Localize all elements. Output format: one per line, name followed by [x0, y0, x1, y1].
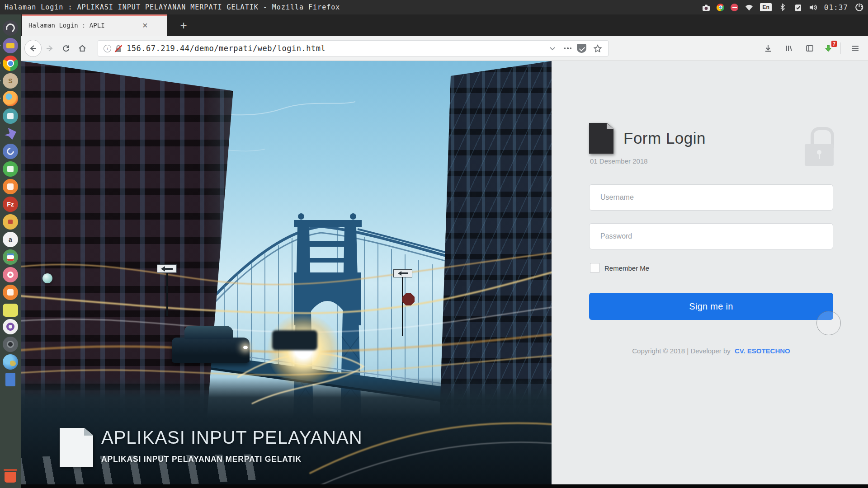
- bird-app-icon[interactable]: [3, 126, 18, 141]
- copyright: Copyright © 2018 | Developer by CV. ESOT…: [589, 347, 833, 355]
- form-date: 01 Desember 2018: [590, 157, 648, 165]
- browser-tab[interactable]: Halaman Login : APLI ×: [22, 14, 167, 36]
- reload-button[interactable]: [58, 40, 74, 56]
- classic-car: [172, 338, 250, 363]
- hero-title: APLIKASI INPUT PELAYANAN: [101, 428, 363, 447]
- remember-me-label: Remember Me: [604, 264, 649, 272]
- bottom-strip: [21, 484, 868, 488]
- document-icon: [60, 428, 93, 467]
- pink-tool-icon[interactable]: [3, 267, 18, 282]
- login-panel: Form Login 01 Desember 2018 Remember Me …: [552, 61, 868, 488]
- navigation-toolbar: i 156.67.219.44/demo/merpati/web/login.h…: [21, 36, 868, 61]
- form-header: Form Login: [589, 123, 706, 154]
- tab-close-icon[interactable]: ×: [142, 21, 149, 30]
- dock-items: SFza: [0, 14, 21, 386]
- power-menu-icon[interactable]: [854, 3, 863, 12]
- sidebar-toggle-icon[interactable]: [802, 40, 818, 56]
- toolbar-right-icons: 7: [760, 40, 868, 56]
- diagram-tool-icon[interactable]: [3, 249, 18, 265]
- copyright-text: Copyright © 2018 | Developer by: [632, 347, 731, 355]
- hero-caption: APLIKASI INPUT PELAYANAN APLIKASI INPUT …: [60, 428, 363, 467]
- do-not-disturb-icon[interactable]: [731, 4, 738, 11]
- hero-image: APLIKASI INPUT PELAYANAN APLIKASI INPUT …: [21, 61, 552, 488]
- orange-tool-icon[interactable]: [3, 179, 18, 194]
- new-tab-button[interactable]: +: [175, 14, 193, 36]
- back-button[interactable]: [24, 40, 42, 57]
- tab-bar: Halaman Login : APLI × +: [21, 14, 868, 36]
- lock-watermark-icon: [805, 127, 834, 166]
- clipboard-check-icon[interactable]: [793, 3, 802, 12]
- anydesk-icon[interactable]: a: [3, 232, 18, 247]
- window-titlebar: Halaman Login : APLIKASI INPUT PELAYANAN…: [0, 0, 868, 14]
- firefox-icon[interactable]: [3, 91, 18, 106]
- remember-me-row: Remember Me: [590, 263, 649, 273]
- bookmark-star-icon[interactable]: [593, 44, 603, 53]
- bluetooth-icon[interactable]: [778, 3, 787, 12]
- light-glow: [267, 314, 340, 386]
- yellow-tool-icon[interactable]: [3, 214, 18, 230]
- sign-pole-right: [402, 277, 403, 336]
- blue-doc-icon[interactable]: [5, 373, 15, 386]
- pocket-save-icon[interactable]: [577, 44, 586, 53]
- developer-link[interactable]: CV. ESOTECHNO: [735, 347, 790, 355]
- home-button[interactable]: [74, 40, 90, 56]
- forward-button[interactable]: [42, 40, 58, 56]
- files-app-icon[interactable]: [3, 38, 18, 53]
- window-title: Halaman Login : APLIKASI INPUT PELAYANAN…: [0, 3, 340, 11]
- sublime-text-icon[interactable]: S: [3, 73, 18, 89]
- globe-app-icon[interactable]: [3, 354, 18, 370]
- app-dock: SFza: [0, 14, 21, 488]
- page-actions-icon[interactable]: [564, 47, 572, 49]
- orange-box-tool-icon[interactable]: [3, 285, 18, 300]
- screenshot-camera-icon[interactable]: [701, 3, 710, 12]
- cursor-halo: [816, 311, 841, 335]
- teal-tool-icon[interactable]: [3, 108, 18, 124]
- password-input[interactable]: [589, 223, 833, 249]
- gray-lens-tool-icon[interactable]: [3, 337, 18, 352]
- yellow-folder-icon[interactable]: [3, 304, 18, 317]
- page-info-icon[interactable]: i: [104, 45, 111, 52]
- tab-title: Halaman Login : APLI: [28, 22, 142, 29]
- sign-in-button[interactable]: Sign me in: [589, 293, 833, 320]
- extension-badge: 7: [831, 41, 837, 47]
- remember-me-checkbox[interactable]: [590, 263, 600, 273]
- parked-car-blurred: [272, 330, 317, 350]
- url-text[interactable]: 156.67.219.44/demo/merpati/web/login.htm…: [127, 44, 549, 53]
- clock: 01:37: [824, 3, 848, 12]
- purple-ring-tool-icon[interactable]: [3, 319, 18, 334]
- keyboard-layout-indicator[interactable]: En: [760, 3, 771, 11]
- filezilla-icon[interactable]: Fz: [3, 197, 18, 212]
- chrome-icon[interactable]: [3, 56, 18, 71]
- insecure-connection-icon[interactable]: [114, 44, 123, 52]
- library-icon[interactable]: [781, 40, 797, 56]
- light-trails: [21, 61, 552, 488]
- menu-hamburger-icon[interactable]: [847, 40, 863, 56]
- wifi-icon[interactable]: [745, 3, 754, 12]
- chrome-tray-icon[interactable]: [717, 4, 724, 11]
- system-tray: En 01:37: [701, 3, 868, 12]
- app-launcher-icon[interactable]: [3, 20, 18, 36]
- steam-icon[interactable]: [3, 144, 18, 159]
- street-sphere-ornament: [42, 273, 52, 283]
- hero-subtitle: APLIKASI INPUT PELAYANAN MERPATI GELATIK: [101, 455, 363, 464]
- trash-icon[interactable]: [4, 469, 17, 483]
- one-way-sign-left: [157, 264, 177, 273]
- one-way-sign-right: [393, 269, 412, 277]
- downloads-icon[interactable]: [760, 40, 776, 56]
- username-input[interactable]: [589, 184, 833, 211]
- green-tool-icon[interactable]: [3, 161, 18, 177]
- form-title: Form Login: [623, 129, 706, 147]
- url-bar[interactable]: i 156.67.219.44/demo/merpati/web/login.h…: [98, 40, 609, 56]
- url-dropdown-chevron-icon[interactable]: [549, 45, 556, 52]
- sign-pole-left: [166, 272, 168, 316]
- form-document-icon: [589, 123, 613, 154]
- volume-icon[interactable]: [809, 3, 818, 12]
- video-downloader-extension-icon[interactable]: 7: [822, 42, 834, 54]
